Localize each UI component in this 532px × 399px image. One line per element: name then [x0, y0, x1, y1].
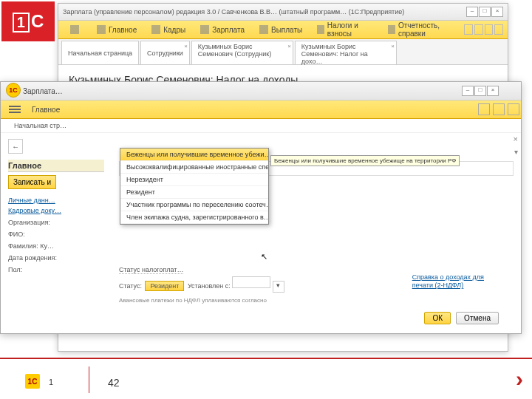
tool-icon[interactable]: [494, 24, 503, 35]
people-icon: [151, 25, 160, 34]
note-text: Авансовые платежи по НДФЛ уплачиваются с…: [119, 297, 284, 304]
dropdown-item[interactable]: Высококвалифицированные иностранные спец…: [120, 161, 268, 174]
label-since: Установлен с:: [188, 282, 231, 290]
maximize-button[interactable]: □: [474, 86, 486, 96]
dropdown-item[interactable]: Участник программы по переселению соотеч…: [120, 199, 268, 211]
tab-vyplaty[interactable]: Выплаты: [259, 25, 302, 34]
breadcrumb[interactable]: Начальная стр…: [1, 119, 521, 133]
close-icon[interactable]: ×: [184, 43, 188, 50]
dropdown-item[interactable]: Беженцы или получившие временное убежи…: [120, 149, 268, 161]
menu-icon[interactable]: [70, 25, 82, 34]
search-icon[interactable]: [508, 103, 519, 115]
tool-icon[interactable]: [478, 103, 490, 115]
left-panel: ← Главное Записать и Личные данн… Кадров…: [1, 133, 112, 334]
slide-footer: 1С 1 42 ›: [0, 358, 532, 399]
tool-icon[interactable]: [485, 24, 494, 35]
money-icon: [200, 25, 209, 34]
main-toolbar: Главное Кадры Зарплата Выплаты Налоги и …: [58, 21, 508, 39]
save-button[interactable]: Записать и: [8, 175, 56, 189]
link-personal[interactable]: Личные данн…: [8, 197, 104, 204]
close-icon[interactable]: ×: [287, 43, 291, 50]
date-picker-icon[interactable]: ▾: [273, 281, 284, 293]
label-status: Статус:: [119, 282, 142, 290]
app-badge: 1С: [6, 83, 21, 98]
close-icon[interactable]: ×: [391, 43, 395, 50]
dialog-buttons: ОК Отмена: [421, 312, 499, 324]
doc-icon: [388, 25, 395, 34]
section-head: Главное: [8, 160, 104, 172]
tool-icon[interactable]: [474, 24, 483, 35]
toolbar: Главное: [1, 100, 521, 119]
dropdown-icon[interactable]: ▾: [514, 148, 518, 156]
tab-home[interactable]: Начальная страница: [61, 41, 139, 64]
tooltip: Беженцы или получившие временное убежище…: [270, 155, 460, 166]
titlebar: Зарплата (управление персоналом) редакци…: [58, 4, 508, 21]
nav-glavnoe[interactable]: Главное: [32, 106, 60, 114]
tab-bar: Начальная страница Сотрудники× Кузьминых…: [58, 39, 508, 65]
close-button[interactable]: ×: [491, 7, 503, 17]
link-hr-docs[interactable]: Кадровые доку…: [8, 207, 104, 214]
close-icon[interactable]: ×: [514, 134, 518, 143]
tool-icon[interactable]: [493, 103, 505, 115]
dropdown-item[interactable]: Резидент: [120, 186, 268, 199]
list-icon: [259, 25, 268, 34]
status-select[interactable]: Резидент: [145, 281, 184, 291]
status-dropdown[interactable]: Беженцы или получившие временное убежи… …: [120, 148, 269, 225]
label-org: Организация:: [8, 219, 67, 226]
label-fam: Фамилия: Ку…: [8, 242, 67, 250]
label-dob: Дата рождения:: [8, 254, 67, 262]
menu-icon[interactable]: [5, 102, 24, 117]
maximize-button[interactable]: □: [479, 7, 491, 17]
tab-kadry[interactable]: Кадры: [151, 25, 185, 34]
star-icon: [97, 25, 106, 34]
mini-logo: 1С: [25, 374, 40, 389]
tab-nalogi[interactable]: Налоги и взносы: [317, 21, 373, 38]
app-logo: 1С: [1, 1, 55, 41]
dropdown-item[interactable]: Член экипажа судна, зарегистрированного …: [120, 211, 268, 224]
status-section: Статус налогоплат… Статус: Резидент Уста…: [119, 266, 284, 304]
label-fio: ФИО:: [8, 231, 67, 238]
label-pol: Пол:: [8, 266, 67, 273]
percent-icon: [317, 25, 324, 34]
back-icon[interactable]: ←: [8, 139, 23, 154]
close-button[interactable]: ×: [487, 86, 499, 96]
cursor-icon: ↖: [261, 252, 267, 262]
cancel-button[interactable]: Отмена: [456, 312, 499, 324]
minimize-button[interactable]: –: [462, 86, 474, 96]
window-title: Зарплата (управление персоналом) редакци…: [63, 8, 404, 16]
dropdown-item[interactable]: Нерезидент: [120, 174, 268, 186]
next-icon[interactable]: ›: [516, 366, 523, 392]
label-status-group: Статус налогоплат…: [119, 266, 183, 274]
tab-tax[interactable]: Кузьминых Борис Семенович: Налог на дохо…: [295, 41, 397, 64]
divider: [89, 366, 89, 393]
titlebar: Зарплата… – □ ×: [1, 82, 521, 100]
page-marker: 1: [49, 378, 53, 386]
tab-employee[interactable]: Кузьминых Борис Семенович (Сотрудник)×: [191, 41, 293, 64]
tab-employees[interactable]: Сотрудники×: [140, 41, 190, 64]
tab-glavnoe[interactable]: Главное: [97, 25, 137, 34]
date-input[interactable]: [232, 276, 270, 288]
tab-zarplata[interactable]: Зарплата: [200, 25, 245, 34]
tool-icon[interactable]: [464, 24, 473, 35]
link-2ndfl[interactable]: Справка о доходах для печати (2-НДФЛ): [412, 273, 484, 290]
page-number: 42: [108, 377, 120, 389]
ok-button[interactable]: ОК: [424, 312, 451, 324]
minimize-button[interactable]: –: [466, 7, 478, 17]
tab-otchet[interactable]: Отчетность, справки: [388, 21, 455, 38]
